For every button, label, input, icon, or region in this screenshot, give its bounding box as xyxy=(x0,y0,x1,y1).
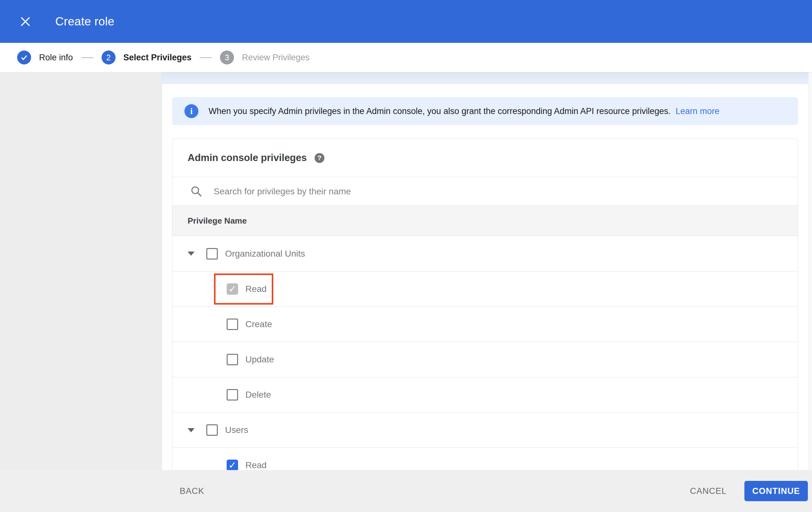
search-icon xyxy=(190,185,203,198)
step-select-privileges[interactable]: 2 Select Privileges xyxy=(102,51,192,64)
privilege-row-create: Create xyxy=(172,306,798,342)
info-banner: i When you specify Admin privileges in t… xyxy=(172,97,798,125)
privilege-row-delete: Delete xyxy=(172,377,798,412)
checkbox-users[interactable] xyxy=(206,424,218,436)
checkbox-delete[interactable] xyxy=(227,389,238,401)
check-icon xyxy=(20,54,28,61)
checkbox-create[interactable] xyxy=(227,319,238,330)
privilege-table-body: Organizational Units✓ReadCreateUpdateDel… xyxy=(172,236,798,470)
privilege-label: Delete xyxy=(245,390,271,400)
privilege-label: Read xyxy=(245,460,267,470)
step-review-privileges[interactable]: 3 Review Privileges xyxy=(220,51,310,64)
check-icon: ✓ xyxy=(228,284,236,294)
info-icon: i xyxy=(184,104,198,118)
cancel-button[interactable]: CANCEL xyxy=(685,482,732,501)
collapse-caret-icon[interactable] xyxy=(187,428,195,432)
privilege-row-organizational-units: Organizational Units xyxy=(172,236,798,271)
checkbox-read[interactable]: ✓ xyxy=(227,283,238,295)
scrolled-content-edge xyxy=(162,73,808,84)
checkbox-update[interactable] xyxy=(227,354,238,365)
privilege-label: Read xyxy=(245,284,267,294)
card-header: Admin console privileges ? xyxy=(172,139,798,177)
privilege-name-column-header: Privilege Name xyxy=(187,216,246,226)
privilege-row-read: ✓Read xyxy=(172,448,798,470)
banner-message: When you specify Admin privileges in the… xyxy=(208,106,671,116)
banner-text: When you specify Admin privileges in the… xyxy=(208,106,719,116)
left-sidebar xyxy=(0,73,162,470)
close-icon xyxy=(19,15,32,28)
page-title: Create role xyxy=(55,15,114,28)
privilege-label: Create xyxy=(245,319,272,329)
highlight-box: ✓Read xyxy=(214,273,273,304)
step-complete-icon xyxy=(17,51,31,64)
step-number: 2 xyxy=(102,51,116,64)
help-icon[interactable]: ? xyxy=(315,153,324,163)
app-header: Create role xyxy=(0,0,812,43)
check-icon: ✓ xyxy=(228,461,236,470)
continue-button[interactable]: CONTINUE xyxy=(744,481,808,501)
card-title: Admin console privileges xyxy=(187,152,307,164)
checkbox-organizational-units[interactable] xyxy=(206,248,218,260)
step-role-info[interactable]: Role info xyxy=(17,51,73,64)
table-header: Privilege Name xyxy=(172,206,798,236)
step-connector xyxy=(200,57,212,58)
privilege-row-users: Users xyxy=(172,412,798,448)
privileges-card: Admin console privileges ? Privilege Nam… xyxy=(172,138,798,470)
step-label: Select Privileges xyxy=(123,53,192,62)
step-label: Review Privileges xyxy=(242,53,310,62)
checkbox-read[interactable]: ✓ xyxy=(227,460,238,470)
privilege-label: Users xyxy=(225,425,248,435)
privilege-row-read: ✓Read xyxy=(172,271,798,306)
collapse-caret-icon[interactable] xyxy=(187,251,195,256)
privilege-search-row xyxy=(172,177,798,206)
privilege-row-update: Update xyxy=(172,342,798,377)
learn-more-link[interactable]: Learn more xyxy=(675,106,719,116)
footer-bar: BACK CANCEL CONTINUE xyxy=(0,470,812,512)
main-panel: i When you specify Admin privileges in t… xyxy=(162,73,812,470)
content-area: i When you specify Admin privileges in t… xyxy=(0,73,812,470)
wizard-stepper: Role info 2 Select Privileges 3 Review P… xyxy=(0,43,812,73)
search-input[interactable] xyxy=(214,186,798,197)
step-connector xyxy=(81,57,93,58)
step-label: Role info xyxy=(39,53,73,62)
privilege-label: Organizational Units xyxy=(225,249,305,259)
scrollbar-track[interactable] xyxy=(808,73,812,470)
step-number: 3 xyxy=(220,51,234,64)
close-button[interactable] xyxy=(19,15,32,29)
privilege-label: Update xyxy=(245,354,274,365)
back-button[interactable]: BACK xyxy=(175,482,209,501)
